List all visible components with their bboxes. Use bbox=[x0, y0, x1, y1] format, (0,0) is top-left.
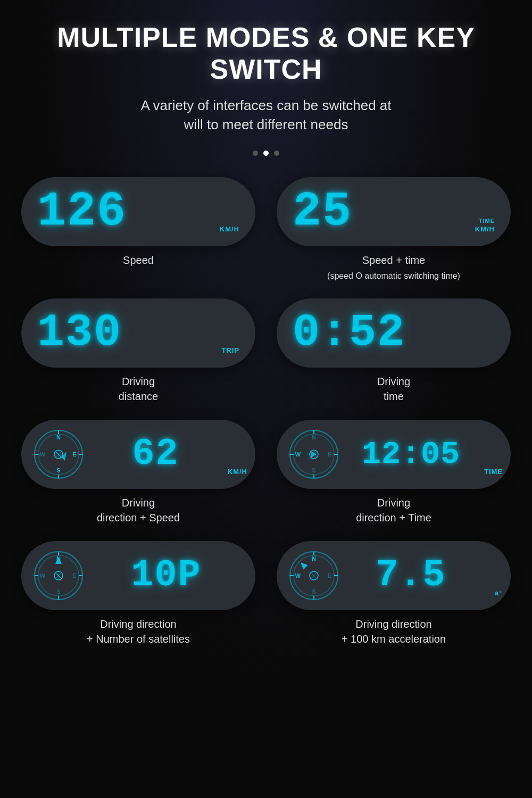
speed-time-display: 25 bbox=[293, 188, 352, 236]
svg-text:W: W bbox=[40, 572, 46, 579]
time-caption: Drivingtime bbox=[377, 374, 410, 404]
dir-sat-caption: Driving direction+ Number of satellites bbox=[87, 617, 190, 646]
dir-accel-unit: a⁺ bbox=[481, 589, 503, 602]
card-group-speed-time: 25 TIME KM/H Speed + time(speed O automa… bbox=[271, 177, 516, 282]
display-card-dir-accel: N E S W 7.5 a⁺ bbox=[277, 541, 511, 610]
svg-text:E: E bbox=[72, 572, 76, 579]
svg-text:S: S bbox=[312, 467, 315, 473]
dir-accel-display: 7.5 bbox=[340, 557, 481, 594]
svg-text:N: N bbox=[56, 434, 61, 440]
subtitle-line2: will to meet different needs bbox=[184, 117, 348, 132]
display-card-speed-time: 25 TIME KM/H bbox=[277, 177, 511, 246]
svg-marker-13 bbox=[61, 452, 66, 461]
distance-unit: TRIP bbox=[218, 346, 239, 360]
dot-1[interactable] bbox=[253, 151, 258, 156]
kmh-label: KM/H bbox=[475, 225, 495, 233]
card-group-dir-time: N E S W 12:05 TIME Drivingdirection + Ti… bbox=[271, 420, 516, 525]
svg-text:E: E bbox=[328, 451, 331, 458]
display-card-dir-time: N E S W 12:05 TIME bbox=[277, 420, 511, 489]
subtitle-line1: A variety of interfaces can be switched … bbox=[140, 97, 391, 113]
card-group-dir-sat: N E S W 10P Driving direction+ Number of… bbox=[16, 541, 261, 646]
card-group-dir-accel: N E S W 7.5 a⁺ Driving direction+ 100 km… bbox=[271, 541, 516, 646]
dir-time-unit: TIME bbox=[481, 468, 503, 481]
dir-speed-caption: Drivingdirection + Speed bbox=[97, 495, 180, 525]
speed-time-caption: Speed + time(speed O automatic switching… bbox=[327, 253, 460, 282]
display-card-dir-sat: N E S W 10P bbox=[21, 541, 255, 610]
display-card-dir-speed: N E S W 62 bbox=[21, 420, 255, 489]
dir-time-caption: Drivingdirection + Time bbox=[356, 495, 431, 525]
card-group-dir-speed: N E S W 62 bbox=[16, 420, 261, 525]
subtitle: A variety of interfaces can be switched … bbox=[16, 96, 516, 135]
speed-unit: KM/H bbox=[218, 225, 239, 238]
svg-text:S: S bbox=[56, 467, 60, 473]
distance-display: 130 bbox=[37, 310, 122, 355]
compass-svg-1: N E S W bbox=[32, 428, 85, 481]
distance-caption: Drivingdistance bbox=[119, 374, 159, 404]
cards-grid: 126 KM/H Speed 25 TIME KM/H Speed + time… bbox=[16, 177, 516, 646]
dir-speed-unit: KM/H bbox=[226, 468, 247, 481]
dir-sat-display: 10P bbox=[85, 557, 247, 594]
display-card-distance: 130 TRIP bbox=[21, 298, 255, 368]
compass-svg-3: N E S W bbox=[32, 549, 85, 602]
card-group-speed: 126 KM/H Speed bbox=[16, 177, 261, 282]
display-card-speed: 126 KM/H bbox=[21, 177, 255, 246]
speed-time-unit: TIME KM/H bbox=[473, 218, 495, 238]
speed-caption: Speed bbox=[123, 253, 154, 268]
time-label: TIME bbox=[479, 218, 495, 224]
compass-dir-time: N E S W bbox=[287, 428, 340, 481]
compass-dir-accel: N E S W bbox=[287, 549, 340, 602]
card-group-distance: 130 TRIP Drivingdistance bbox=[16, 298, 261, 404]
dot-3[interactable] bbox=[274, 151, 279, 156]
dir-accel-caption: Driving direction+ 100 km acceleration bbox=[342, 617, 446, 646]
svg-text:N: N bbox=[312, 555, 316, 562]
compass-dir-sat: N E S W bbox=[32, 549, 85, 602]
dir-time-display: 12:05 bbox=[340, 438, 481, 470]
svg-text:W: W bbox=[295, 572, 301, 579]
compass-dir-speed: N E S W bbox=[32, 428, 85, 481]
page-title: MULTIPLE MODES & ONE KEY SWITCH bbox=[16, 21, 516, 85]
svg-text:E: E bbox=[72, 451, 76, 458]
svg-text:W: W bbox=[295, 451, 301, 458]
dot-2[interactable] bbox=[263, 151, 269, 156]
svg-text:W: W bbox=[40, 451, 46, 458]
dots-row bbox=[16, 151, 516, 156]
compass-svg-2: N E S W bbox=[287, 428, 340, 481]
display-card-time: 0:52 bbox=[277, 298, 511, 368]
speed-display: 126 bbox=[37, 188, 127, 236]
svg-text:S: S bbox=[312, 588, 315, 595]
svg-marker-55 bbox=[298, 560, 308, 570]
card-group-time: 0:52 Drivingtime bbox=[271, 298, 516, 404]
svg-text:S: S bbox=[56, 588, 60, 595]
svg-text:E: E bbox=[328, 572, 331, 579]
compass-svg-4: N E S W bbox=[287, 549, 340, 602]
svg-text:N: N bbox=[312, 434, 316, 440]
time-display: 0:52 bbox=[293, 310, 405, 355]
dir-speed-display: 62 bbox=[85, 436, 226, 473]
page-wrapper: MULTIPLE MODES & ONE KEY SWITCH A variet… bbox=[0, 0, 532, 798]
